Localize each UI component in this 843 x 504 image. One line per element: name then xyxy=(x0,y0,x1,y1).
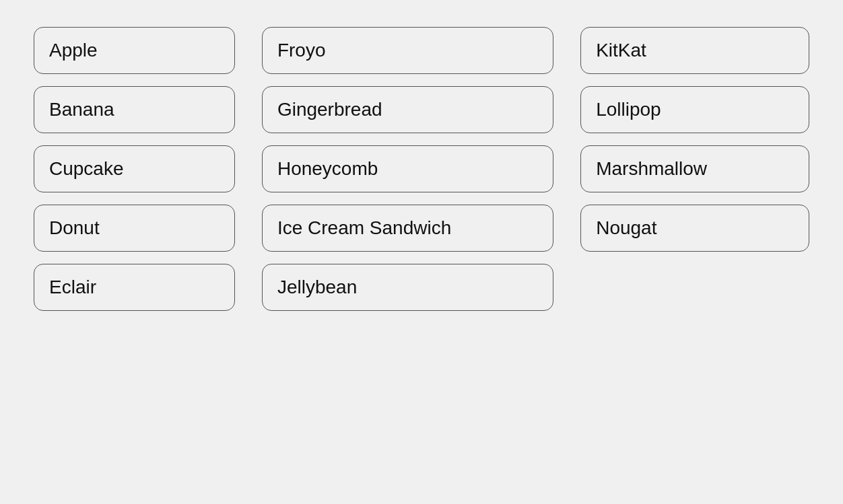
chip-jellybean[interactable]: Jellybean xyxy=(262,264,553,311)
chip-kitkat[interactable]: KitKat xyxy=(580,27,809,74)
column-col2: FroyoGingerbreadHoneycombIce Cream Sandw… xyxy=(248,20,567,318)
chip-honeycomb[interactable]: Honeycomb xyxy=(262,145,553,192)
chip-gingerbread[interactable]: Gingerbread xyxy=(262,86,553,133)
chip-lollipop[interactable]: Lollipop xyxy=(580,86,809,133)
chip-nougat[interactable]: Nougat xyxy=(580,205,809,252)
chip-ice-cream-sandwich[interactable]: Ice Cream Sandwich xyxy=(262,205,553,252)
chip-marshmallow[interactable]: Marshmallow xyxy=(580,145,809,192)
column-col1: AppleBananaCupcakeDonutEclair xyxy=(20,20,248,318)
chip-banana[interactable]: Banana xyxy=(34,86,235,133)
chip-eclair[interactable]: Eclair xyxy=(34,264,235,311)
column-col3: KitKatLollipopMarshmallowNougat xyxy=(567,20,823,258)
chip-cupcake[interactable]: Cupcake xyxy=(34,145,235,192)
chip-apple[interactable]: Apple xyxy=(34,27,235,74)
chip-froyo[interactable]: Froyo xyxy=(262,27,553,74)
chip-donut[interactable]: Donut xyxy=(34,205,235,252)
main-grid: AppleBananaCupcakeDonutEclairFroyoGinger… xyxy=(0,0,843,338)
